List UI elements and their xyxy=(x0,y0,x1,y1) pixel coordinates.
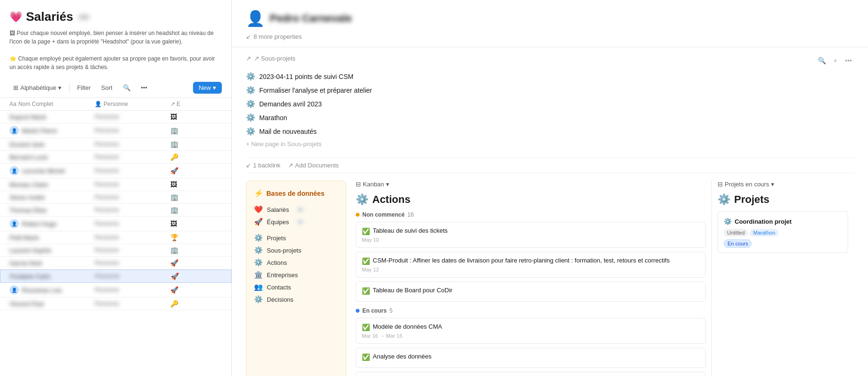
bases-title: ⚡ Bases de données xyxy=(254,189,338,198)
sort-button[interactable]: Sort xyxy=(97,82,116,93)
projets-selector[interactable]: ⊟ Projets en cours ▾ xyxy=(718,181,774,188)
col-header-name: Aa Nom Complet xyxy=(9,101,95,107)
left-header: 💗 Salariés •••• 🖼 Pour chaque nouvel emp… xyxy=(0,0,231,82)
backlink-item[interactable]: ↙ 1 backlink xyxy=(246,162,281,169)
subprojects-title: ↗ ↗ Sous-projets xyxy=(246,55,296,62)
new-subproject-button[interactable]: + New page in Sous-projets xyxy=(246,138,854,150)
table-row[interactable]: Petit Marie Personne 🏆 xyxy=(0,231,231,244)
projet-card[interactable]: ⚙️ Coordination projet Untitled Marathon… xyxy=(718,211,848,253)
backlinks-count: 1 backlink xyxy=(253,162,281,169)
table-row[interactable]: Vincent Paul Personne 🔑 xyxy=(0,297,231,310)
person-icon: 👤 xyxy=(246,9,265,27)
gear-icon: ⚙️ xyxy=(254,258,263,267)
cell-name: 👤 Martin Pierre xyxy=(9,126,95,135)
action-card[interactable]: ✅ Industrialisation du CSM Apr 30 → Apr … xyxy=(356,372,706,376)
more-button[interactable]: ••• xyxy=(137,82,151,93)
backlink-icon: ↙ xyxy=(246,162,251,169)
bases-item[interactable]: ⚙️ Projets xyxy=(254,232,338,244)
view-selector[interactable]: ⊞ Alphabétique ▾ xyxy=(9,82,65,93)
actions-title: ⚙️ Actions xyxy=(356,193,706,206)
table-row[interactable]: Fontaine Carlo Personne 🚀 xyxy=(0,270,231,283)
title-badge: •••• xyxy=(77,13,91,21)
cell-name: Simon André xyxy=(9,194,95,201)
action-date: Mar 16 → Mar 16 xyxy=(362,333,700,339)
subproject-item[interactable]: ⚙️ Marathon xyxy=(246,111,854,124)
new-label: New xyxy=(199,84,211,91)
cell-person: Personne xyxy=(95,207,170,213)
separator xyxy=(69,84,70,92)
new-page-label: + New page in Sous-projets xyxy=(246,140,322,148)
table-row[interactable]: Dupont Marie Personne 🖼 xyxy=(0,111,231,123)
action-card[interactable]: ✅ Analyse des données xyxy=(356,348,706,368)
cell-person: Personne xyxy=(95,247,170,254)
table-row[interactable]: Garcia Noel Personne 🚀 xyxy=(0,257,231,270)
status-dot-blue xyxy=(356,309,359,313)
toolbar: ⊞ Alphabétique ▾ Filter Sort 🔍 ••• New ▾ xyxy=(0,82,231,98)
projets-icon: ⚙️ xyxy=(718,193,730,206)
cell-name: Durand Jean xyxy=(9,141,95,148)
table-row[interactable]: 👤 Robert Hugo Personne 🖼 xyxy=(0,217,231,231)
filter-button[interactable]: Filter xyxy=(73,82,95,93)
kanban-selector[interactable]: ⊟ Kanban ▾ xyxy=(356,181,389,188)
lightning-icon: ⚡ xyxy=(254,189,263,198)
more-button[interactable]: ••• xyxy=(843,56,854,65)
cell-icon: 🏢 xyxy=(170,140,222,148)
add-button[interactable]: + xyxy=(832,56,839,65)
table-row[interactable]: 👤 Martin Pierre Personne 🏢 xyxy=(0,123,231,138)
backlinks-row: ↙ 1 backlink ↗ Add Documents xyxy=(246,157,854,173)
grid-icon: ⊟ xyxy=(718,181,723,188)
cell-icon: 🖼 xyxy=(170,181,222,188)
cell-person: Personne xyxy=(95,194,170,201)
bases-item[interactable]: ⚙️ Décisions xyxy=(254,293,338,306)
table-row[interactable]: Thomas Elise Personne 🏢 xyxy=(0,204,231,217)
bases-item[interactable]: 👥 Contacts xyxy=(254,281,338,293)
bases-item[interactable]: 🏛️ Entreprises xyxy=(254,269,338,281)
bases-item[interactable]: ⚙️ Sous-projets xyxy=(254,244,338,256)
action-title: ✅ CSM-Produit : Affiner les dates de liv… xyxy=(362,257,700,265)
action-card[interactable]: ✅ Tableau de Board pour CoDir xyxy=(356,281,706,302)
table-icon: ⊞ xyxy=(13,84,18,91)
subproject-item[interactable]: ⚙️ Demandes avril 2023 xyxy=(246,97,854,111)
cell-person: Personne xyxy=(95,300,170,307)
gear-icon: ⚙️ xyxy=(246,72,255,81)
action-card[interactable]: ✅ CSM-Produit : Affiner les dates de liv… xyxy=(356,252,706,278)
tag-marathon: Marathon xyxy=(750,229,778,236)
action-card[interactable]: ✅ Tableau de suivi des tickets May 10 xyxy=(356,222,706,248)
chevron-down-icon: ↙ xyxy=(246,33,251,40)
page-title-row: 💗 Salariés •••• xyxy=(9,9,222,24)
action-card[interactable]: ✅ Modèle de données CMA Mar 16 → Mar 16 xyxy=(356,318,706,344)
status-group-in-progress: En cours 5 ✅ Modèle de données CMA Mar 1… xyxy=(356,307,706,376)
table-row[interactable]: 👤 Rousseau Lea Personne 🚀 xyxy=(0,283,231,297)
status-dot-orange xyxy=(356,213,359,217)
new-button[interactable]: New ▾ xyxy=(193,82,222,94)
cell-icon: 🏢 xyxy=(170,206,222,214)
table-row[interactable]: Simon André Personne 🏢 xyxy=(0,191,231,204)
table-row[interactable]: Bernard Lucie Personne 🔑 xyxy=(0,151,231,164)
bases-item[interactable]: ⚙️ Actions xyxy=(254,256,338,269)
cell-name: Vincent Paul xyxy=(9,300,95,307)
cell-icon: 🚀 xyxy=(170,167,222,175)
add-documents-button[interactable]: ↗ Add Documents xyxy=(288,162,339,169)
search-button[interactable]: 🔍 xyxy=(816,56,828,65)
cell-person: Personne xyxy=(95,181,170,188)
chevron-down-icon: ▾ xyxy=(771,181,774,188)
more-properties-toggle[interactable]: ↙ 8 more properties xyxy=(246,31,854,42)
search-button[interactable]: 🔍 xyxy=(119,82,134,93)
add-documents-label: Add Documents xyxy=(295,162,339,169)
heart-icon: 💗 xyxy=(9,11,22,23)
table-row[interactable]: Laurent Sophie Personne 🏢 xyxy=(0,244,231,257)
bases-item[interactable]: ❤️ Salariés •• xyxy=(254,203,338,216)
bases-item[interactable]: 🚀 Équipes •• xyxy=(254,216,338,228)
table-row[interactable]: Durand Jean Personne 🏢 xyxy=(0,138,231,151)
subproject-item[interactable]: ⚙️ Formaliser l'analyse et préparer atel… xyxy=(246,83,854,97)
cell-person: Personne xyxy=(95,114,170,120)
arrow-icon: ↗ xyxy=(246,55,251,62)
subproject-item[interactable]: ⚙️ 2023-04-11 points de suivi CSM xyxy=(246,70,854,83)
table-row[interactable]: Moreau Claire Personne 🖼 xyxy=(0,178,231,191)
subproject-item[interactable]: ⚙️ Mail de nouveautés xyxy=(246,124,854,138)
avatar: 👤 xyxy=(9,126,19,135)
bottom-grid: ⚡ Bases de données ❤️ Salariés •• 🚀 Équi… xyxy=(246,181,854,376)
table-row[interactable]: 👤 Lecomte Michel Personne 🚀 xyxy=(0,164,231,178)
gear-icon: ⚙️ xyxy=(246,127,255,136)
page-title: Salariés xyxy=(26,9,73,24)
